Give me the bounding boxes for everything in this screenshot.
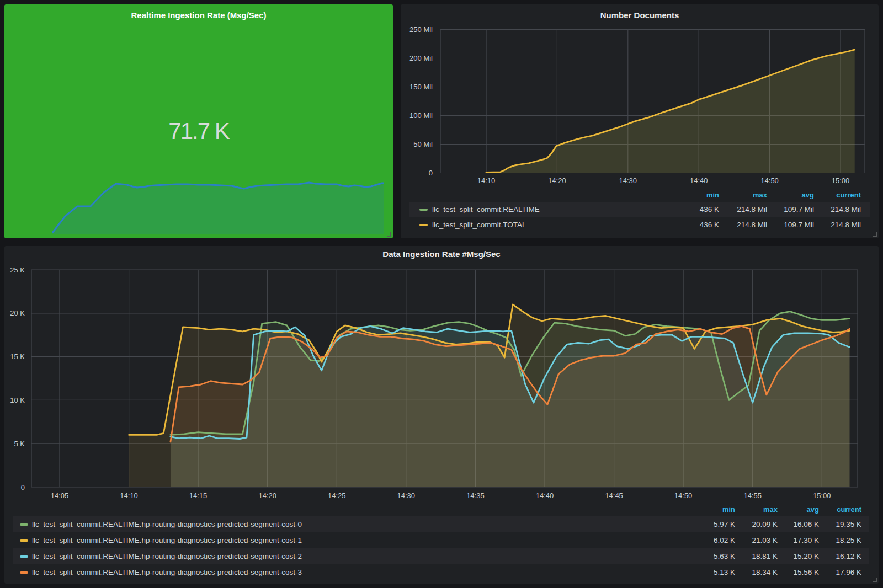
svg-text:14:35: 14:35 [466, 491, 485, 500]
svg-text:14:10: 14:10 [120, 491, 138, 500]
svg-text:14:15: 14:15 [189, 491, 208, 500]
svg-text:14:55: 14:55 [743, 491, 762, 500]
svg-text:14:05: 14:05 [51, 491, 69, 500]
svg-text:14:40: 14:40 [690, 177, 708, 185]
svg-text:14:45: 14:45 [605, 491, 623, 500]
svg-text:10 K: 10 K [10, 396, 25, 404]
svg-text:250 Mil: 250 Mil [409, 25, 433, 34]
svg-text:15 K: 15 K [10, 352, 25, 361]
svg-text:14:20: 14:20 [548, 177, 566, 185]
svg-text:0: 0 [429, 169, 433, 177]
svg-text:14:10: 14:10 [477, 177, 496, 185]
svg-text:14:50: 14:50 [760, 177, 779, 185]
svg-text:14:40: 14:40 [536, 491, 554, 500]
svg-text:15:00: 15:00 [832, 177, 850, 185]
svg-text:14:50: 14:50 [674, 491, 693, 500]
svg-text:20 K: 20 K [10, 309, 25, 317]
svg-text:14:25: 14:25 [328, 491, 346, 500]
svg-text:100 Mil: 100 Mil [409, 111, 433, 120]
svg-text:0: 0 [21, 483, 25, 491]
svg-text:5 K: 5 K [14, 440, 25, 448]
svg-text:14:30: 14:30 [619, 177, 637, 185]
svg-text:50 Mil: 50 Mil [413, 140, 433, 148]
svg-text:150 Mil: 150 Mil [409, 83, 433, 91]
svg-text:14:30: 14:30 [397, 491, 416, 500]
svg-text:15:00: 15:00 [813, 491, 831, 500]
svg-text:200 Mil: 200 Mil [409, 54, 433, 62]
svg-text:14:20: 14:20 [258, 491, 276, 500]
svg-text:25 K: 25 K [10, 266, 25, 274]
